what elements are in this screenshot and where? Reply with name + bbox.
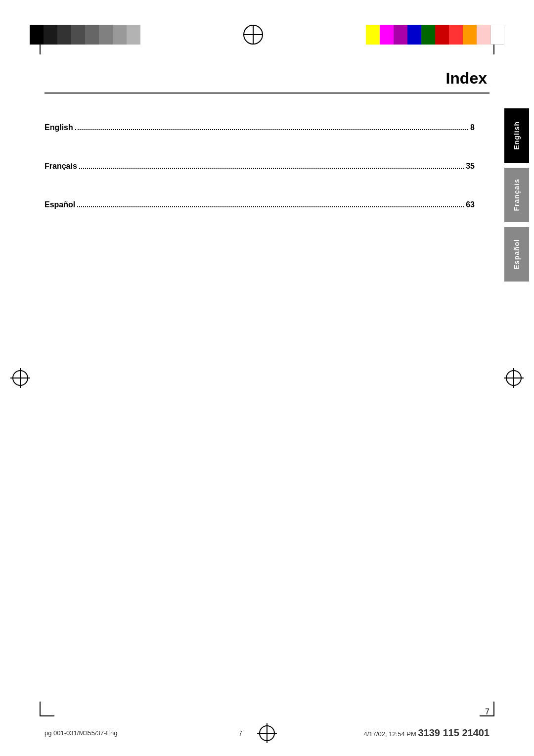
color-block-white xyxy=(490,25,504,45)
sidebar-tab-espanol-label: Español xyxy=(513,239,521,269)
color-block-yellow xyxy=(366,25,380,45)
top-bar-area xyxy=(0,15,534,54)
page-number: 7 xyxy=(485,708,490,716)
color-block-lightred xyxy=(449,25,463,45)
gray-block xyxy=(127,25,140,45)
index-entry-english: English 8 xyxy=(44,123,475,132)
right-crosshair xyxy=(506,370,522,386)
sidebar-tab-francais-label: Français xyxy=(513,179,521,211)
color-block-orange xyxy=(463,25,477,45)
gray-block xyxy=(113,25,127,45)
gray-block xyxy=(99,25,113,45)
entry-dots-espanol xyxy=(77,206,464,207)
entry-number-english: 8 xyxy=(470,123,475,132)
sidebar-tab-francais[interactable]: Français xyxy=(504,168,529,222)
sidebar-tabs: English Français Español xyxy=(504,108,534,286)
index-entries: English 8 Français 35 Español 63 xyxy=(44,108,490,239)
gray-block xyxy=(44,25,57,45)
color-block-red xyxy=(435,25,449,45)
corner-mark-bl xyxy=(40,702,54,716)
entry-label-espanol: Español xyxy=(44,200,75,209)
sidebar-tab-english-label: English xyxy=(513,121,521,150)
footer: pg 001-031/M355/37-Eng 7 4/17/02, 12:54 … xyxy=(0,727,534,739)
index-entry-espanol: Español 63 xyxy=(44,200,475,209)
content-layout: English 8 Français 35 Español 63 English xyxy=(44,108,490,239)
color-block-green xyxy=(421,25,435,45)
entry-dots-francais xyxy=(79,168,464,169)
entry-label-english: English xyxy=(44,123,73,132)
footer-page-center: 7 xyxy=(239,729,243,737)
footer-bold-number: 3139 115 21401 xyxy=(418,727,490,738)
color-block-blue xyxy=(407,25,421,45)
entry-label-francais: Français xyxy=(44,162,77,171)
entry-number-francais: 35 xyxy=(466,162,475,171)
left-crosshair xyxy=(12,370,28,386)
color-block-pink xyxy=(477,25,490,45)
color-blocks xyxy=(366,25,504,45)
footer-date-number: 4/17/02, 12:54 PM 3139 115 21401 xyxy=(364,727,490,739)
sidebar-tab-espanol[interactable]: Español xyxy=(504,227,529,282)
gray-block xyxy=(30,25,44,45)
main-rule xyxy=(44,93,490,94)
main-content: Index English 8 Français 35 Español 63 xyxy=(44,69,490,697)
color-block-magenta xyxy=(380,25,394,45)
sidebar-tab-english[interactable]: English xyxy=(504,108,529,163)
entry-dots-english xyxy=(75,129,468,130)
entry-number-espanol: 63 xyxy=(466,200,475,209)
gray-block xyxy=(85,25,99,45)
index-title: Index xyxy=(44,69,490,88)
center-crosshair xyxy=(243,25,263,45)
gray-block xyxy=(71,25,85,45)
gray-blocks xyxy=(30,25,140,45)
index-entry-francais: Français 35 xyxy=(44,162,475,171)
color-block-purple xyxy=(394,25,407,45)
footer-file-name: pg 001-031/M355/37-Eng xyxy=(44,729,117,737)
gray-block xyxy=(57,25,71,45)
footer-date: 4/17/02, 12:54 PM xyxy=(364,730,416,738)
